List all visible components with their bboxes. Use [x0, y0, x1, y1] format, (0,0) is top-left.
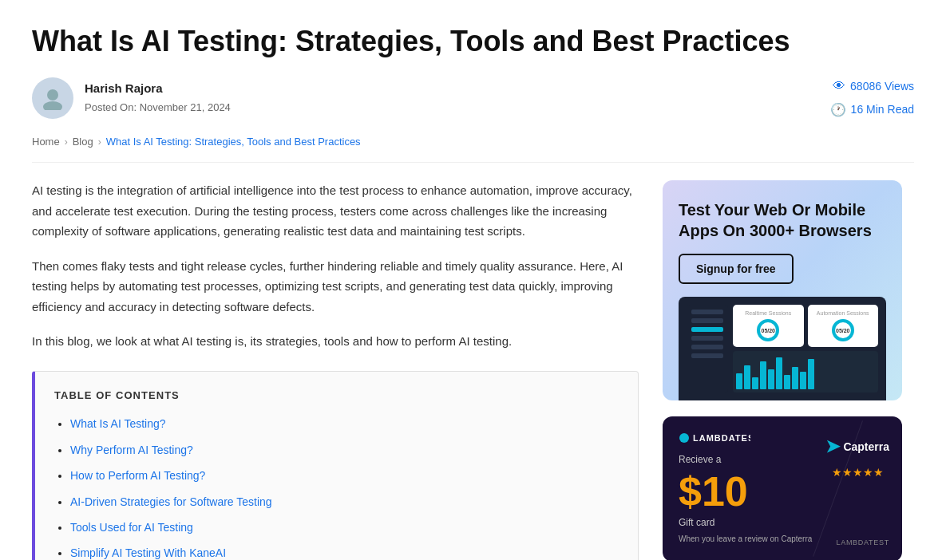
card2-gift-label: Gift card	[679, 515, 886, 530]
capterra-label: Capterra	[843, 438, 889, 455]
list-item: Tools Used for AI Testing	[70, 519, 619, 536]
intro-paragraph-2: Then comes flaky tests and tight release…	[32, 256, 639, 317]
intro-paragraph-3: In this blog, we look at what AI testing…	[32, 331, 639, 352]
intro-paragraph-1: AI testing is the integration of artific…	[32, 180, 639, 242]
breadcrumb-sep-2: ›	[98, 135, 101, 150]
breadcrumb: Home › Blog › What Is AI Testing: Strate…	[32, 134, 914, 163]
svg-point-0	[47, 89, 58, 101]
content-layout: AI testing is the integration of artific…	[32, 180, 914, 560]
views-count: 68086 Views	[850, 77, 914, 95]
clock-icon: 🕐	[830, 100, 846, 120]
toc-link-4[interactable]: AI-Driven Strategies for Software Testin…	[70, 495, 272, 508]
toc-title: TABLE OF CONTENTS	[54, 388, 619, 404]
list-item: How to Perform AI Testing?	[70, 467, 619, 484]
svg-text:LAMBDATEST: LAMBDATEST	[693, 433, 750, 443]
avatar	[32, 77, 73, 119]
list-item: AI-Driven Strategies for Software Testin…	[70, 493, 619, 511]
signup-button[interactable]: Signup for free	[679, 254, 794, 284]
table-of-contents: TABLE OF CONTENTS What Is AI Testing? Wh…	[32, 371, 639, 560]
breadcrumb-blog[interactable]: Blog	[73, 134, 93, 151]
capterra-logo: ➤ Capterra	[825, 432, 889, 460]
breadcrumb-sep-1: ›	[65, 135, 68, 150]
read-time: 16 Min Read	[851, 101, 914, 118]
list-item: Why Perform AI Testing?	[70, 441, 619, 459]
toc-link-1[interactable]: What Is AI Testing?	[70, 417, 166, 430]
toc-link-3[interactable]: How to Perform AI Testing?	[70, 469, 205, 482]
breadcrumb-current[interactable]: What Is AI Testing: Strategies, Tools an…	[106, 134, 361, 151]
list-item: Simplify AI Testing With KaneAI	[70, 544, 619, 560]
capterra-stars: ★★★★★	[825, 463, 889, 481]
author-details: Harish Rajora Posted On: November 21, 20…	[85, 79, 231, 116]
read-time-meta: 🕐 16 Min Read	[830, 100, 914, 120]
dashboard-mockup: Realtime Sessions 05/20 Automation Sessi…	[679, 297, 886, 400]
eye-icon: 👁	[833, 76, 845, 97]
posted-on: Posted On: November 21, 2024	[85, 100, 231, 116]
sidebar-card-browsers: Test Your Web Or Mobile Apps On 3000+ Br…	[663, 180, 902, 400]
toc-link-6[interactable]: Simplify AI Testing With KaneAI	[70, 546, 226, 559]
svg-point-1	[43, 101, 62, 110]
card2-lambdatest-label: LAMBDATEST	[836, 537, 889, 548]
article-title: What Is AI Testing: Strategies, Tools an…	[32, 24, 914, 58]
author-info: Harish Rajora Posted On: November 21, 20…	[32, 77, 231, 119]
main-content: AI testing is the integration of artific…	[32, 180, 639, 560]
svg-point-2	[679, 433, 689, 443]
list-item: What Is AI Testing?	[70, 415, 619, 432]
sidebar: Test Your Web Or Mobile Apps On 3000+ Br…	[663, 180, 902, 560]
article-meta: 👁 68086 Views 🕐 16 Min Read	[830, 76, 914, 120]
breadcrumb-home[interactable]: Home	[32, 134, 60, 151]
toc-link-5[interactable]: Tools Used for AI Testing	[70, 521, 193, 534]
capterra-section: ➤ Capterra ★★★★★	[825, 432, 889, 482]
views-meta: 👁 68086 Views	[833, 76, 914, 97]
card1-title: Test Your Web Or Mobile Apps On 3000+ Br…	[679, 199, 886, 241]
author-name: Harish Rajora	[85, 79, 231, 98]
toc-list: What Is AI Testing? Why Perform AI Testi…	[54, 415, 619, 560]
toc-link-2[interactable]: Why Perform AI Testing?	[70, 444, 193, 456]
sidebar-card-capterra: LAMBDATEST Recieve a $10 Gift card When …	[663, 416, 902, 560]
author-row: Harish Rajora Posted On: November 21, 20…	[32, 76, 914, 120]
